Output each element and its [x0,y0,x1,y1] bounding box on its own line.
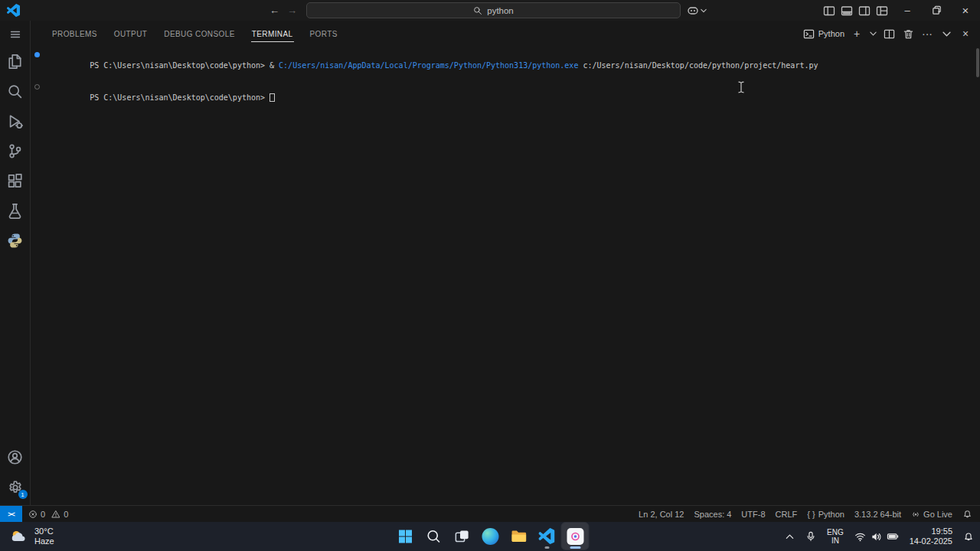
run-debug-icon [7,113,23,129]
history-navigation: ← → [270,0,297,21]
volume-icon [871,531,882,543]
files-icon [7,54,23,70]
status-bar: >< 0 0 Ln 2, Col 12 Spaces: 4 UTF-8 CRLF… [0,505,980,522]
language-label: Python [818,510,844,519]
battery-icon [887,530,899,543]
copilot-icon [687,5,699,17]
sidebar-item-accounts[interactable] [1,442,30,472]
language-secondary: IN [827,536,844,545]
sidebar-item-extensions[interactable] [1,166,30,196]
python-interpreter-status[interactable]: 3.13.2 64-bit [854,510,901,519]
cursor-position-status[interactable]: Ln 2, Col 12 [639,510,684,519]
sidebar-item-run-debug[interactable] [1,106,30,136]
task-view-button[interactable] [449,523,475,549]
remote-indicator-button[interactable]: >< [0,506,22,522]
eol-status[interactable]: CRLF [776,510,798,519]
tab-ports[interactable]: PORTS [302,21,346,47]
go-live-label: Go Live [923,510,952,519]
start-button[interactable] [392,523,419,549]
sidebar-item-python[interactable] [1,226,30,256]
screen-capture-app-button[interactable] [562,523,589,549]
go-live-button[interactable]: Go Live [911,510,952,519]
microphone-icon [805,531,816,542]
window-controls: – × [893,0,980,21]
edge-browser-button[interactable] [477,523,504,549]
sidebar-item-testing[interactable] [1,196,30,226]
clock: 19:55 14-02-2025 [910,527,952,546]
language-mode-status[interactable]: { } Python [807,510,844,519]
tab-label: PORTS [310,30,338,38]
terminal-profile-dropdown[interactable] [867,25,878,42]
problems-status[interactable]: 0 0 [28,510,68,519]
layout-controls [823,0,888,21]
forward-icon[interactable]: → [287,5,297,16]
encoding-status[interactable]: UTF-8 [741,510,765,519]
application-menu-button[interactable] [1,22,30,47]
indentation-status[interactable]: Spaces: 4 [694,510,731,519]
file-explorer-button[interactable] [505,523,532,549]
notification-center-button[interactable] [960,525,977,548]
bell-icon [963,531,974,542]
notifications-bell-icon[interactable] [962,509,972,519]
sidebar-item-explorer[interactable] [1,47,30,77]
tab-problems[interactable]: PROBLEMS [44,21,106,47]
extensions-icon [7,173,23,189]
bottom-panel: PROBLEMS OUTPUT DEBUG CONSOLE TERMINAL P… [31,21,980,505]
sidebar-item-search[interactable] [1,77,30,106]
terminal-profile-label: Python [818,29,844,38]
input-language-button[interactable]: ENG IN [824,525,847,548]
wifi-icon [854,531,866,543]
terminal-content[interactable]: PS C:\Users\nisan\Desktop\code\python> &… [31,47,980,505]
back-icon[interactable]: ← [270,5,279,16]
close-panel-button[interactable]: × [957,25,974,42]
weather-widget[interactable]: 30°C Haze [5,522,59,551]
command-success-decoration-icon[interactable] [34,52,40,57]
restore-panel-size-button[interactable] [938,25,955,42]
plus-icon: + [854,28,860,40]
restore-button[interactable] [922,0,951,21]
tab-debug-console[interactable]: DEBUG CONSOLE [155,21,243,47]
minimize-icon: – [904,5,910,16]
microphone-tray-button[interactable] [802,525,819,548]
toggle-panel-icon[interactable] [841,5,853,17]
terminal-profile[interactable]: Python [803,28,844,40]
panel-more-actions-button[interactable]: ··· [919,25,936,42]
close-icon: × [962,28,969,40]
weather-text: 30°C Haze [34,527,54,546]
tab-terminal[interactable]: TERMINAL [243,21,302,47]
split-terminal-button[interactable] [880,25,897,42]
kill-terminal-button[interactable] [900,25,916,42]
status-bar-right: Ln 2, Col 12 Spaces: 4 UTF-8 CRLF { } Py… [639,509,972,519]
terminal-scrollbar[interactable] [976,48,979,77]
language-primary: ENG [827,528,844,536]
vscode-taskbar-button[interactable] [534,523,560,549]
edge-icon [482,528,498,545]
quick-settings-button[interactable] [851,525,902,548]
close-button[interactable]: × [951,0,980,21]
toggle-primary-sidebar-icon[interactable] [823,5,835,17]
minimize-button[interactable]: – [893,0,922,21]
command-center-search[interactable]: python [306,2,681,18]
new-terminal-button[interactable]: + [848,25,865,42]
search-icon [426,529,441,544]
copilot-menu-button[interactable] [687,0,707,21]
toggle-secondary-sidebar-icon[interactable] [858,5,871,17]
prompt-decoration-icon[interactable] [34,84,40,90]
taskbar-search-button[interactable] [420,523,447,549]
chevron-up-icon [785,532,795,542]
terminal-icon [803,28,815,40]
weather-icon [9,529,29,544]
hidden-icons-button[interactable] [782,525,798,548]
sidebar-item-settings[interactable]: 1 [1,472,30,502]
vscode-logo-icon [7,4,20,17]
broadcast-icon [911,510,920,519]
customize-layout-icon[interactable] [876,5,888,17]
tab-output[interactable]: OUTPUT [106,21,156,47]
vscode-icon [539,528,555,544]
sidebar-item-source-control[interactable] [1,136,30,166]
beaker-icon [7,203,23,219]
warning-icon [51,510,60,519]
clock-button[interactable]: 19:55 14-02-2025 [906,525,956,548]
running-indicator [544,546,549,549]
error-icon [28,510,38,519]
